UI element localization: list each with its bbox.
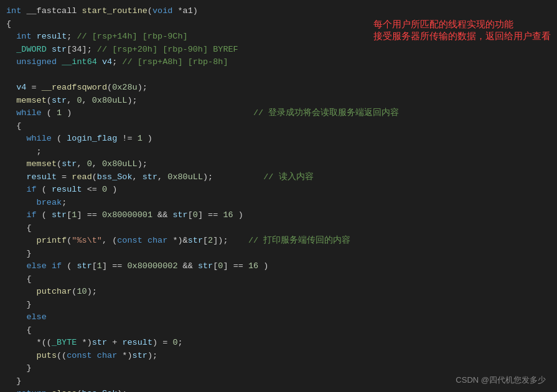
code-line-11: while ( login_flag != 1 ) bbox=[6, 133, 551, 146]
code-line-26: { bbox=[6, 324, 551, 337]
code-line-18: { bbox=[6, 222, 551, 235]
code-line-20: } bbox=[6, 248, 551, 261]
code-line-6 bbox=[6, 69, 551, 82]
code-line-22: { bbox=[6, 273, 551, 286]
code-line-23: putchar(10); bbox=[6, 286, 551, 299]
code-line-4: _DWORD str[34]; // [rsp+20h] [rbp-90h] B… bbox=[6, 44, 551, 57]
code-line-13: memset(str, 0, 0x80uLL); bbox=[6, 158, 551, 171]
code-line-7: v4 = __readfsqword(0x28u); bbox=[6, 82, 551, 95]
code-line-14: result = read(bss_Sok, str, 0x80uLL); //… bbox=[6, 171, 551, 184]
annotation-line-1: 每个用户所匹配的线程实现的功能 bbox=[373, 19, 551, 30]
code-line-24: } bbox=[6, 299, 551, 312]
code-line-12: ; bbox=[6, 146, 551, 159]
code-line-5: unsigned __int64 v4; // [rsp+A8h] [rbp-8… bbox=[6, 56, 551, 69]
annotation-line-2: 接受服务器所传输的数据，返回给用户查看 bbox=[373, 30, 551, 42]
code-line-19: printf("%s\t", (const char *)&str[2]); /… bbox=[6, 235, 551, 248]
code-line-16: break; bbox=[6, 197, 551, 210]
code-line-1: int __fastcall start_routine(void *a1) bbox=[6, 5, 551, 18]
code-container: int __fastcall start_routine(void *a1) {… bbox=[0, 0, 557, 392]
code-line-21: else if ( str[1] == 0x80000002 && str[0]… bbox=[6, 260, 551, 273]
code-line-27: *((_BYTE *)str + result) = 0; bbox=[6, 337, 551, 350]
csdn-watermark: CSDN @四代机您发多少 bbox=[456, 375, 546, 386]
code-line-17: if ( str[1] == 0x80000001 && str[0] == 1… bbox=[6, 209, 551, 222]
code-line-10: { bbox=[6, 120, 551, 133]
code-line-8: memset(str, 0, 0x80uLL); bbox=[6, 95, 551, 108]
code-line-29: } bbox=[6, 362, 551, 375]
annotation-block: 每个用户所匹配的线程实现的功能 接受服务器所传输的数据，返回给用户查看 bbox=[373, 19, 551, 42]
code-line-31: return close(bss_Sok); bbox=[6, 388, 551, 392]
code-line-15: if ( result <= 0 ) bbox=[6, 184, 551, 197]
code-line-9: while ( 1 ) // 登录成功将会读取服务端返回内容 bbox=[6, 107, 551, 120]
code-line-28: puts((const char *)str); bbox=[6, 350, 551, 363]
code-line-25: else bbox=[6, 311, 551, 324]
